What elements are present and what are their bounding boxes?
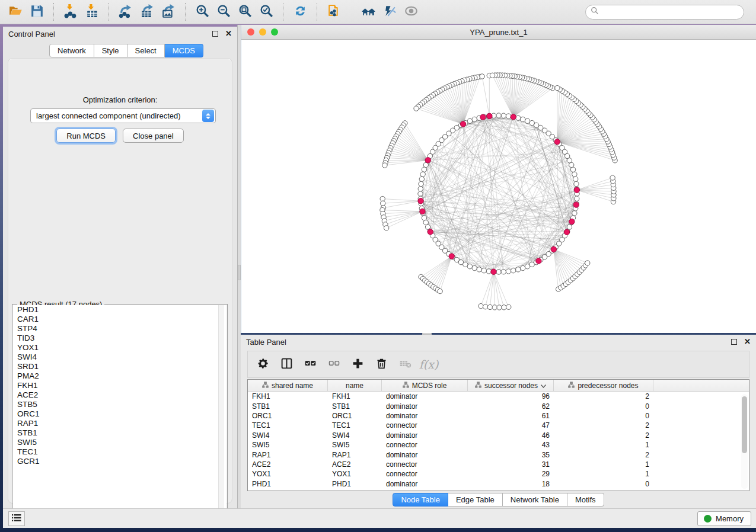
mcds-hub-node[interactable] (460, 121, 465, 127)
network-node[interactable] (380, 201, 385, 206)
tab-node-table[interactable]: Node Table (393, 493, 448, 507)
network-node[interactable] (422, 216, 426, 220)
column-header-predecessor-nodes[interactable]: predecessor nodes (554, 380, 653, 391)
tab-select[interactable]: Select (127, 44, 165, 57)
float-panel-icon[interactable] (731, 339, 737, 345)
network-node[interactable] (521, 265, 525, 270)
clone-network-button[interactable] (323, 2, 344, 21)
mcds-hub-node[interactable] (480, 114, 486, 120)
table-row[interactable]: YOX1YOX1connector291 (248, 469, 749, 479)
column-header-MCDS-role[interactable]: MCDS role (382, 380, 468, 391)
mcds-hub-node[interactable] (487, 113, 492, 118)
mcds-result-item[interactable]: CAR1 (13, 315, 227, 324)
network-node[interactable] (610, 175, 615, 180)
network-node[interactable] (472, 117, 477, 121)
delete-table-button[interactable] (397, 357, 413, 372)
export-network-button[interactable] (115, 2, 136, 21)
column-header-successor-nodes[interactable]: successor nodes (468, 380, 554, 391)
network-node[interactable] (575, 196, 579, 201)
network-node[interactable] (511, 268, 516, 273)
network-node[interactable] (501, 113, 506, 118)
network-node[interactable] (516, 116, 521, 120)
float-panel-icon[interactable] (212, 31, 218, 37)
table-row[interactable]: PHD1PHD1dominator180 (248, 479, 749, 489)
table-settings-button[interactable] (255, 357, 270, 372)
network-node[interactable] (492, 305, 497, 310)
network-canvas[interactable] (241, 40, 756, 333)
mcds-result-item[interactable]: STB1 (13, 428, 227, 438)
network-node[interactable] (418, 191, 423, 196)
mcds-hub-node[interactable] (569, 219, 575, 224)
network-node[interactable] (481, 268, 486, 273)
table-row[interactable]: TEC1TEC1connector472 (248, 421, 749, 430)
mcds-hub-node[interactable] (554, 139, 560, 145)
network-node[interactable] (418, 187, 423, 191)
network-node[interactable] (506, 305, 511, 309)
deselect-all-button[interactable] (326, 357, 342, 372)
network-node[interactable] (506, 269, 511, 274)
mcds-result-item[interactable]: TID3 (13, 334, 227, 343)
table-scrollbar-thumb[interactable] (742, 396, 747, 453)
tab-style[interactable]: Style (94, 44, 127, 57)
network-node[interactable] (574, 181, 579, 186)
open-file-button[interactable] (5, 2, 26, 21)
close-panel-icon[interactable]: ✕ (744, 339, 751, 345)
tab-mcds[interactable]: MCDS (165, 44, 203, 57)
mcds-result-item[interactable]: ORC1 (13, 409, 227, 419)
network-node[interactable] (420, 172, 425, 177)
save-session-button[interactable] (26, 2, 47, 21)
mcds-result-item[interactable]: STB5 (13, 400, 227, 409)
zoom-fit-button[interactable] (234, 2, 256, 21)
network-node[interactable] (414, 106, 419, 111)
import-table-button[interactable] (81, 2, 103, 21)
network-node[interactable] (419, 177, 424, 181)
table-row[interactable]: ORC1ORC1dominator610 (248, 411, 749, 421)
column-header-shared-name[interactable]: shared name (248, 380, 328, 391)
column-header-name[interactable]: name (328, 380, 382, 391)
mcds-hub-node[interactable] (564, 229, 569, 235)
mcds-result-item[interactable]: SWI4 (13, 352, 227, 362)
mcds-result-item[interactable]: SWI5 (13, 438, 227, 447)
network-node[interactable] (419, 181, 423, 186)
hide-selected-button[interactable] (379, 2, 400, 21)
mcds-hub-node[interactable] (511, 114, 516, 120)
mcds-result-item[interactable]: RAP1 (13, 419, 227, 428)
mcds-result-item[interactable]: ACE2 (13, 390, 227, 400)
network-node[interactable] (384, 226, 388, 230)
mcds-hub-node[interactable] (449, 254, 454, 259)
add-column-button[interactable] (350, 357, 365, 372)
select-all-button[interactable] (302, 357, 318, 372)
table-scrollbar[interactable] (741, 394, 748, 489)
mcds-hub-node[interactable] (428, 229, 433, 235)
zoom-selected-button[interactable] (256, 2, 277, 21)
network-node[interactable] (477, 267, 481, 272)
mcds-hub-node[interactable] (491, 269, 496, 274)
network-node[interactable] (472, 265, 477, 270)
network-node[interactable] (501, 270, 506, 274)
memory-button[interactable]: Memory (697, 511, 751, 526)
network-node[interactable] (490, 73, 495, 78)
close-panel-button[interactable]: Close panel (123, 129, 184, 143)
table-row[interactable]: ACE2ACE2connector311 (248, 460, 749, 469)
export-table-button[interactable] (136, 2, 158, 21)
mcds-result-item[interactable]: FKH1 (13, 381, 227, 390)
function-builder-button[interactable]: f(x) (421, 357, 436, 372)
table-row[interactable]: RAP1RAP1dominator352 (248, 450, 749, 459)
show-column-button[interactable] (279, 357, 294, 372)
first-neighbors-button[interactable] (358, 2, 379, 21)
mcds-result-item[interactable]: PMA2 (13, 371, 227, 381)
criterion-select[interactable]: largest connected component (undirected) (30, 108, 216, 123)
network-node[interactable] (483, 305, 488, 309)
network-node[interactable] (438, 289, 442, 293)
network-node[interactable] (570, 167, 575, 172)
mcds-result-item[interactable]: GCR1 (13, 457, 227, 466)
tab-network-table[interactable]: Network Table (503, 493, 567, 507)
network-node[interactable] (382, 163, 387, 168)
table-row[interactable]: FKH1FKH1dominator962 (248, 392, 749, 401)
delete-column-button[interactable] (374, 357, 389, 372)
mcds-result-item[interactable]: STP4 (13, 324, 227, 334)
network-node[interactable] (480, 74, 484, 79)
network-node[interactable] (506, 114, 511, 118)
network-node[interactable] (496, 113, 501, 118)
show-all-button[interactable] (400, 2, 422, 21)
